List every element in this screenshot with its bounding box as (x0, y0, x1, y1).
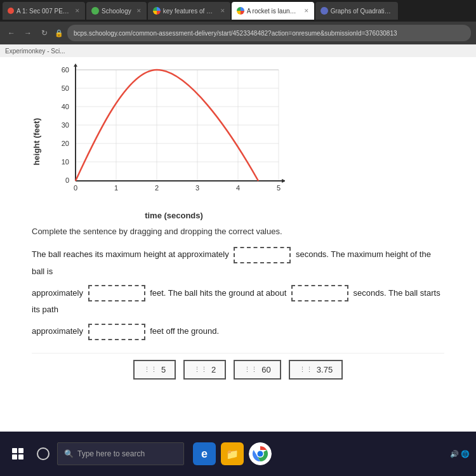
tab-schoology[interactable]: Schoology ✕ (86, 2, 147, 20)
sentence-block-2: approximately feet. The ball hits the gr… (32, 285, 444, 319)
sentence-block-1: The ball reaches its maximum height at a… (32, 246, 444, 280)
blank-box-4[interactable] (88, 324, 145, 340)
instruction-text: Complete the sentence by dragging and dr… (32, 227, 444, 236)
edge-icon[interactable]: e (193, 442, 216, 465)
blank-box-2[interactable] (88, 285, 145, 301)
browser-chrome: A 1: Sec 007 PER04 | S... ✕ Schoology ✕ … (0, 0, 476, 57)
blank-box-3[interactable] (291, 285, 348, 301)
tile-2[interactable]: ⋮⋮ 2 (183, 360, 226, 380)
sentence-block-3: approximately feet off the ground. (32, 323, 444, 340)
main-content: height (feet) (0, 57, 476, 432)
drag-handle-icon: ⋮⋮ (194, 366, 208, 374)
svg-text:30: 30 (62, 121, 69, 129)
forward-button[interactable]: → (22, 27, 34, 39)
x-axis-label: time (seconds) (63, 211, 285, 220)
svg-text:50: 50 (62, 84, 69, 92)
sentence3-part2: feet off the ground. (150, 326, 219, 336)
tab-rocket[interactable]: A rocket is launched in the air... ✕ (232, 2, 314, 20)
taskbar-right: 🔊 🌐 (450, 450, 470, 458)
y-axis-label: height (feet) (32, 118, 41, 165)
tab-assessment[interactable]: A 1: Sec 007 PER04 | S... ✕ (3, 2, 85, 20)
lock-icon: 🔒 (55, 29, 63, 37)
address-bar[interactable]: bcps.schoology.com/common-assessment-del… (67, 25, 471, 41)
sentence2-part2: feet. The ball hits the ground at about (150, 288, 286, 298)
drag-handle-icon: ⋮⋮ (244, 366, 258, 374)
tab-close-icon[interactable]: ✕ (220, 8, 225, 14)
tab-close-icon[interactable]: ✕ (136, 8, 142, 14)
svg-point-34 (258, 451, 263, 457)
sentence1-part1: The ball reaches its maximum height at a… (32, 249, 229, 259)
svg-text:5: 5 (277, 184, 281, 192)
tab-close-icon[interactable]: ✕ (304, 8, 309, 14)
svg-text:0: 0 (65, 176, 69, 184)
svg-text:60: 60 (62, 66, 69, 74)
tab-bar: A 1: Sec 007 PER04 | S... ✕ Schoology ✕ … (0, 0, 476, 22)
svg-marker-18 (74, 63, 77, 67)
search-text: Type here to search (77, 449, 145, 458)
svg-marker-17 (282, 179, 285, 183)
graph-wrapper: 60 50 40 30 20 10 0 0 1 2 3 4 5 (44, 63, 285, 209)
svg-text:3: 3 (195, 184, 199, 192)
file-explorer-icon[interactable]: 📁 (221, 442, 244, 465)
tab-close-icon[interactable]: ✕ (75, 8, 80, 14)
taskbar: 🔍 Type here to search e 📁 🔊 🌐 (0, 432, 476, 476)
svg-text:4: 4 (236, 184, 240, 192)
answer-tiles: ⋮⋮ 5 ⋮⋮ 2 ⋮⋮ 60 ⋮⋮ 3.75 (32, 353, 444, 386)
svg-text:20: 20 (62, 140, 69, 147)
graph-svg: 60 50 40 30 20 10 0 0 1 2 3 4 5 (44, 63, 285, 209)
tab-graphs[interactable]: Graphs of Quadratic Fun... (315, 2, 398, 20)
chrome-icon[interactable] (249, 442, 272, 465)
back-button[interactable]: ← (5, 27, 18, 39)
address-bar-row: ← → ↻ 🔒 bcps.schoology.com/common-assess… (0, 22, 476, 44)
taskbar-search-bar[interactable]: 🔍 Type here to search (57, 442, 184, 465)
system-tray: 🔊 🌐 (450, 450, 470, 458)
svg-text:0: 0 (74, 184, 77, 192)
svg-text:2: 2 (155, 184, 159, 192)
taskbar-icons: e 📁 (193, 442, 272, 465)
sentence3-part1: approximately (32, 326, 83, 336)
sentence2-part1: approximately (32, 288, 83, 298)
tile-375[interactable]: ⋮⋮ 3.75 (289, 360, 343, 380)
drag-handle-icon: ⋮⋮ (143, 366, 157, 374)
blank-box-1[interactable] (234, 247, 291, 263)
breadcrumb: Experimonkey - Sci... (0, 44, 476, 57)
tile-60[interactable]: ⋮⋮ 60 (234, 360, 281, 380)
svg-text:10: 10 (62, 158, 69, 166)
search-icon: 🔍 (64, 449, 74, 458)
drag-handle-icon: ⋮⋮ (299, 366, 313, 374)
svg-text:40: 40 (62, 103, 69, 110)
reload-button[interactable]: ↻ (38, 27, 51, 39)
tile-5[interactable]: ⋮⋮ 5 (133, 360, 176, 380)
graph-container: height (feet) (32, 63, 444, 220)
windows-start-button[interactable] (6, 442, 29, 465)
svg-text:1: 1 (114, 184, 118, 192)
search-circle-button[interactable] (32, 442, 55, 465)
tab-key-features[interactable]: key features of quadratic func... ✕ (148, 2, 230, 20)
